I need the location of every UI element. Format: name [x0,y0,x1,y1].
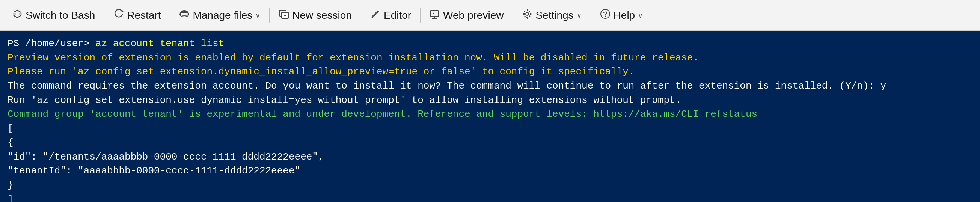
prompt-path: PS /home/user> [8,38,89,49]
terminal-line-0: PS /home/user> az account tenant list [8,37,972,51]
new-session-icon [278,9,289,22]
toolbar-item-web-preview[interactable]: Web preview [423,6,509,25]
manage-files-label: Manage files [192,10,252,21]
svg-point-3 [180,13,189,15]
web-preview-icon [430,9,440,22]
prompt-command: az account tenant list [89,38,224,49]
toolbar-separator [104,8,104,23]
toolbar-item-editor[interactable]: Editor [364,6,417,25]
help-chevron-icon: ∨ [638,11,643,19]
manage-files-icon [179,9,189,22]
manage-files-chevron-icon: ∨ [255,11,260,19]
svg-line-10 [372,17,372,17]
help-label: Help [614,10,635,21]
toolbar: Switch to Bash Restart Manage files∨ New… [0,0,980,31]
toolbar-separator [269,8,270,23]
toolbar-item-restart[interactable]: Restart [107,6,167,25]
restart-label: Restart [127,10,161,21]
terminal-line-3: The command requires the extension accou… [8,79,972,94]
toolbar-item-new-session[interactable]: New session [273,6,358,25]
terminal-line-1: Preview version of extension is enabled … [8,51,972,65]
svg-point-14 [526,13,529,15]
toolbar-separator [420,8,420,23]
switch-bash-label: Switch to Bash [25,10,95,21]
editor-icon [370,9,381,22]
toolbar-item-switch-bash[interactable]: Switch to Bash [6,6,101,25]
svg-line-9 [377,11,378,12]
settings-label: Settings [535,10,573,21]
terminal-line-4: Run 'az config set extension.use_dynamic… [8,94,972,108]
toolbar-separator [361,8,361,23]
toolbar-item-help[interactable]: Help∨ [594,6,649,25]
restart-icon [113,9,124,22]
toolbar-separator [170,8,170,23]
terminal-line-7: { [8,136,972,150]
help-icon [600,9,611,22]
terminal[interactable]: PS /home/user> az account tenant listPre… [0,31,980,202]
terminal-line-9: "tenantId": "aaaabbbb-0000-cccc-1111-ddd… [8,164,972,178]
settings-icon [522,9,533,22]
terminal-line-2: Please run 'az config set extension.dyna… [8,65,972,79]
svg-point-16 [605,16,606,17]
toolbar-item-settings[interactable]: Settings∨ [516,6,587,25]
terminal-line-11: ] [8,192,972,202]
toolbar-separator [512,8,513,23]
terminal-line-5: Command group 'account tenant' is experi… [8,107,972,122]
switch-bash-icon [12,9,22,22]
settings-chevron-icon: ∨ [577,11,582,19]
terminal-line-10: } [8,178,972,192]
editor-label: Editor [384,10,411,21]
terminal-line-8: "id": "/tenants/aaaabbbb-0000-cccc-1111-… [8,150,972,164]
toolbar-item-manage-files[interactable]: Manage files∨ [173,6,266,25]
new-session-label: New session [292,10,352,21]
terminal-line-6: [ [8,122,972,136]
web-preview-label: Web preview [443,10,504,21]
